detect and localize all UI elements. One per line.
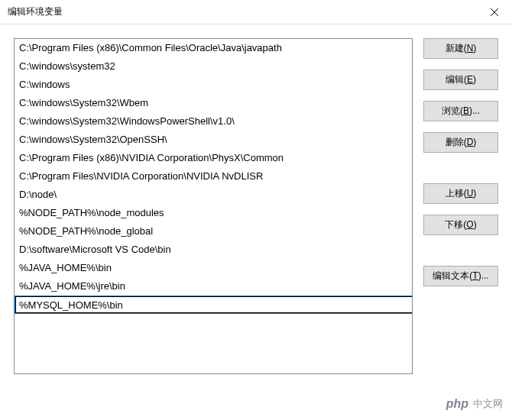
button-column: 新建(N) 编辑(E) 浏览(B)... 删除(D) 上移(U) 下移(O) 编…	[423, 38, 498, 420]
list-item[interactable]: C:\Program Files (x86)\NVIDIA Corporatio…	[15, 149, 412, 167]
list-item[interactable]: D:\software\Microsoft VS Code\bin	[15, 241, 412, 259]
list-item[interactable]: C:\windows\system32	[15, 57, 412, 76]
list-item[interactable]: C:\windows\System32\OpenSSH\	[15, 131, 412, 149]
list-item[interactable]: C:\windows	[15, 76, 412, 94]
movedown-button[interactable]: 下移(O)	[423, 215, 498, 235]
close-button[interactable]	[477, 0, 512, 24]
close-icon	[491, 8, 498, 16]
list-item[interactable]: C:\Program Files (x86)\Common Files\Orac…	[15, 39, 412, 57]
list-item[interactable]: C:\windows\System32\WindowsPowerShell\v1…	[15, 112, 412, 131]
edittext-button[interactable]: 编辑文本(T)...	[423, 266, 498, 286]
list-item[interactable]: %NODE_PATH%\node_modules	[15, 204, 412, 222]
list-item-editing[interactable]	[15, 296, 412, 314]
list-item[interactable]: %NODE_PATH%\node_global	[15, 222, 412, 241]
path-listbox[interactable]: C:\Program Files (x86)\Common Files\Orac…	[14, 38, 413, 374]
moveup-button[interactable]: 上移(U)	[423, 183, 498, 204]
path-edit-input[interactable]	[15, 296, 412, 313]
new-button[interactable]: 新建(N)	[423, 38, 498, 59]
list-item[interactable]: %JAVA_HOME%\jre\bin	[15, 277, 412, 296]
browse-button[interactable]: 浏览(B)...	[423, 101, 498, 121]
watermark-text: 中文网	[473, 397, 503, 411]
delete-button[interactable]: 删除(D)	[423, 132, 498, 153]
list-item[interactable]: C:\Program Files\NVIDIA Corporation\NVID…	[15, 167, 412, 186]
watermark: php 中文网	[446, 397, 503, 411]
content-area: C:\Program Files (x86)\Common Files\Orac…	[0, 24, 512, 420]
php-logo-icon: php	[446, 397, 468, 411]
edit-button[interactable]: 编辑(E)	[423, 69, 498, 90]
list-item[interactable]: C:\windows\System32\Wbem	[15, 94, 412, 112]
window-title: 编辑环境变量	[8, 5, 63, 18]
titlebar: 编辑环境变量	[0, 0, 512, 24]
list-item[interactable]: %JAVA_HOME%\bin	[15, 259, 412, 277]
list-item[interactable]: D:\node\	[15, 186, 412, 204]
